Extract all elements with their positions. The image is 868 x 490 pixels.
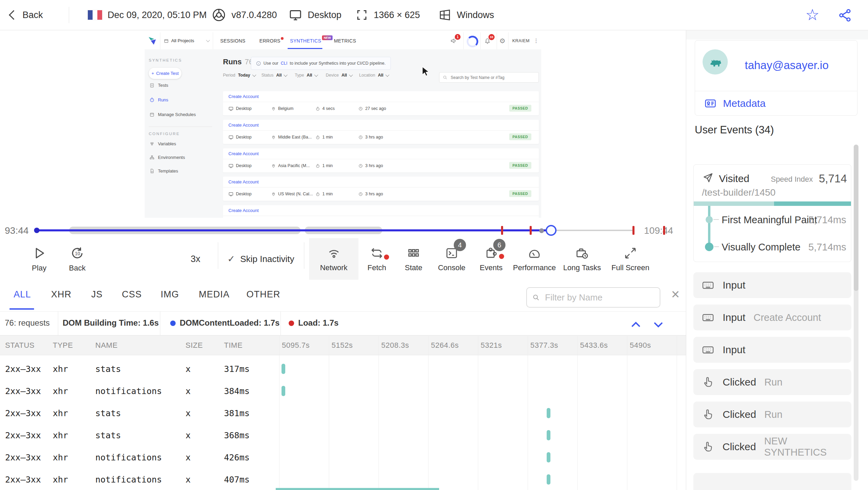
col-status[interactable]: STATUS [5,341,35,350]
jump-down-icon[interactable] [652,318,664,331]
gear-icon[interactable]: ⚙ [499,37,505,45]
tab-sessions[interactable]: SESSIONS [220,38,245,44]
panel-button-fetch[interactable]: Fetch [358,238,395,280]
sidebar-item-variables[interactable]: Variables [149,141,176,146]
back-button[interactable]: Back [10,0,43,30]
sidebar-item-manage-schedules[interactable]: Manage Schedules [149,112,196,117]
run-card[interactable]: Create Account Desktop Belgium 4 secs 27… [223,91,539,115]
panel-button-full-screen[interactable]: Full Screen [606,238,655,280]
network-panel: ALL XHR JS CSS IMG MEDIA OTHER × 76: req… [0,280,686,490]
run-name-link[interactable]: Create Account [228,151,259,156]
run-card[interactable]: Create Account Desktop Asia Pacific (M..… [223,148,539,173]
panel-button-network[interactable]: Network [309,238,358,280]
cell-status: 2xx–3xx [5,469,41,490]
request-row[interactable]: 2xx–3xx xhr stats x 368ms [0,424,686,446]
net-tab-img[interactable]: IMG [161,289,179,300]
panel-button-events[interactable]: 6 Events [471,238,511,280]
error-marker[interactable] [501,226,503,235]
replayed-app: All Projects SESSIONS ERRORS SYNTHETICS … [145,32,541,218]
panel-button-console[interactable]: 4 Console [432,238,471,280]
timeline-progress[interactable] [37,229,552,231]
filter-type[interactable]: Type All [295,73,318,78]
skip-inactivity-toggle[interactable]: ✓ Skip Inactivity [227,238,294,280]
col-type[interactable]: TYPE [53,341,73,350]
metadata-button[interactable]: Metadata [723,98,766,109]
request-row[interactable]: 2xx–3xx xhr notifications x 426ms [0,446,686,469]
monitor-icon [228,106,234,111]
net-tab-js[interactable]: JS [91,289,103,300]
filter-input[interactable] [544,292,660,303]
run-card[interactable]: Create Account [223,205,539,218]
col-time[interactable]: TIME [224,341,243,350]
speed-toggle[interactable]: 3x [191,238,200,280]
create-test-button[interactable]: + Create Test [149,68,181,79]
net-tab-xhr[interactable]: XHR [51,289,71,300]
keyboard-icon [702,343,714,356]
run-card[interactable]: Create Account Desktop Middle East (Ba..… [223,120,539,144]
environments-icon [149,155,155,160]
panel-button-performance[interactable]: Performance [511,238,558,280]
net-tab-all[interactable]: ALL [14,289,31,300]
col-name[interactable]: NAME [95,341,118,350]
run-name-link[interactable]: Create Account [228,94,259,99]
filter-box[interactable] [526,287,660,308]
tab-metrics[interactable]: METRICS [334,38,356,44]
favorite-star-icon[interactable]: ☆ [805,5,819,24]
panel-button-long-tasks[interactable]: Long Tasks [558,238,606,280]
event-item-partial[interactable] [693,473,851,490]
request-row[interactable]: 2xx–3xx xhr stats x 317ms [0,358,686,380]
error-marker[interactable] [632,226,634,235]
request-row[interactable]: 2xx–3xx xhr notifications x 407ms [0,469,686,490]
sidebar-item-templates[interactable]: Templates [149,168,178,174]
request-row[interactable]: 2xx–3xx xhr stats x 381ms [0,402,686,424]
filter-period[interactable]: Period Today [223,73,256,78]
event-item-input[interactable]: Input [693,337,851,363]
cli-link[interactable]: CLI [281,61,287,66]
run-name-link[interactable]: Create Account [228,208,259,213]
run-name-link[interactable]: Create Account [228,122,259,128]
error-marker[interactable] [663,226,665,235]
kebab-menu-icon[interactable]: ⋮ [533,37,539,44]
filter-status[interactable]: Status All [261,73,287,78]
tab-errors[interactable]: ERRORS [259,38,280,44]
run-card[interactable]: Create Account Desktop US West (N. Cal..… [223,177,539,201]
filter-location[interactable]: Location All [359,73,389,78]
play-button[interactable]: Play [24,238,54,280]
col-size[interactable]: SIZE [186,341,203,350]
net-tab-other[interactable]: OTHER [246,289,280,300]
error-marker[interactable] [530,226,532,235]
jump-up-icon[interactable] [630,318,642,331]
event-item-clicked[interactable]: Clicked Run [693,369,851,395]
sidebar-item-tests[interactable]: Tests [149,83,168,88]
net-tab-css[interactable]: CSS [122,289,142,300]
scrollbar-thumb[interactable] [854,145,858,291]
request-row[interactable]: 2xx–3xx xhr notifications x 384ms [0,380,686,402]
tab-synthetics[interactable]: SYNTHETICS [290,38,321,44]
net-tab-media[interactable]: MEDIA [199,289,230,300]
panel-button-state[interactable]: State [395,238,432,280]
chevron-down-icon[interactable] [206,38,210,42]
visited-event-card[interactable]: Visited Speed Index 5,714 /test-builder/… [693,164,851,262]
playhead[interactable] [546,225,557,236]
close-icon[interactable]: × [671,287,680,301]
test-search-box[interactable] [439,72,539,83]
event-item-clicked[interactable]: Clicked Run [693,402,851,427]
filter-device[interactable]: Device All [326,73,352,78]
horizontal-scrollbar[interactable] [276,488,439,490]
cell-status: 2xx–3xx [5,424,41,446]
share-icon[interactable] [838,8,852,22]
event-item-clicked[interactable]: Clicked NEW SYNTHETICS [693,434,851,460]
test-search-input[interactable] [450,75,536,80]
variables-icon [149,141,155,146]
event-item-input[interactable]: Input Create Account [693,305,851,330]
user-email-link[interactable]: tahay@asayer.io [745,59,829,72]
back-10-button[interactable]: 10 Back [62,238,93,280]
user-menu[interactable]: KRAIEM [512,38,530,43]
sidebar-item-environments[interactable]: Environments [149,155,185,160]
event-dot[interactable] [539,228,544,233]
event-item-input[interactable]: Input [693,272,851,298]
run-name-link[interactable]: Create Account [228,179,259,184]
divider [280,311,281,335]
project-selector[interactable]: All Projects [171,38,194,43]
sidebar-item-runs[interactable]: Runs [149,97,168,102]
